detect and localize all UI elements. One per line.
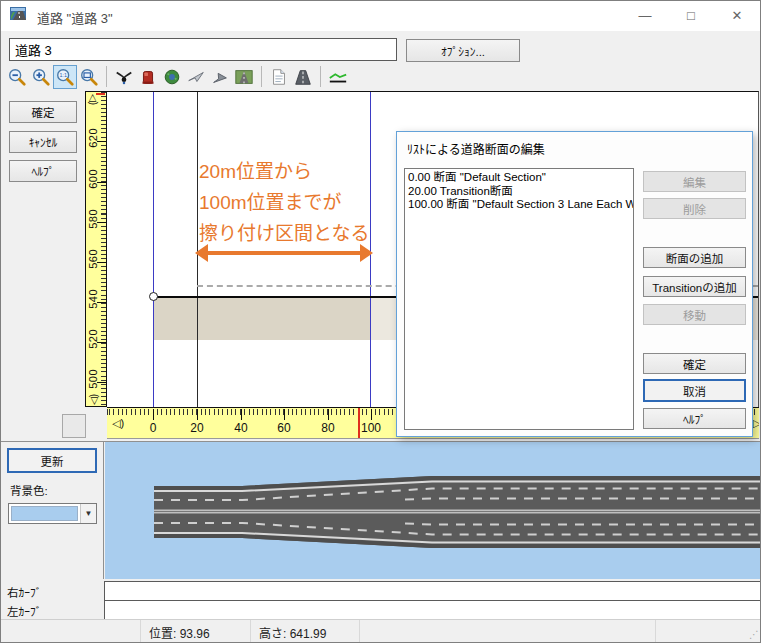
help-button[interactable]: ﾍﾙﾌﾟ — [9, 160, 77, 182]
toolbar-separator — [106, 66, 107, 87]
maximize-button[interactable]: □ — [668, 1, 714, 31]
drive-icon[interactable] — [208, 65, 232, 89]
h-ruler-label: 20 — [190, 421, 203, 435]
titlebar: 道路 "道路 3" — □ ✕ — [1, 1, 760, 31]
close-button[interactable]: ✕ — [714, 1, 760, 31]
confirm-button[interactable]: 確定 — [9, 101, 77, 123]
ground-band-transition — [153, 298, 370, 340]
zoom-out-icon[interactable] — [5, 65, 29, 89]
road-name-input[interactable] — [9, 38, 397, 61]
h-ruler-label: 100 — [361, 421, 381, 435]
preview-control-panel: 更新 背景色: ▼ — [1, 442, 104, 579]
v-ruler-label: 520 — [87, 329, 99, 349]
station-line-0 — [153, 92, 154, 407]
window-title: 道路 "道路 3" — [37, 8, 113, 27]
zoom-window-icon[interactable] — [77, 65, 101, 89]
ruler-scroll-down-icon[interactable]: ◁) — [88, 394, 99, 405]
delete-button: 削除 — [643, 198, 746, 219]
curve-rows: 右ｶｰﾌﾞ 左ｶｰﾌﾞ — [1, 579, 761, 619]
resize-grip[interactable]: ⋰ — [749, 630, 759, 640]
v-ruler-label: 540 — [87, 289, 99, 309]
ruler-corner-box — [62, 414, 86, 438]
h-ruler-label: 60 — [277, 421, 290, 435]
add-section-button[interactable]: 断面の追加 — [643, 247, 746, 268]
marker-red-icon[interactable] — [136, 65, 160, 89]
bg-color-swatch — [11, 506, 78, 521]
zoom-actual-icon[interactable]: 1:1 — [53, 65, 77, 89]
tree-icon[interactable] — [160, 65, 184, 89]
list-item[interactable]: 100.00 断面 "Default Section 3 Lane Each W… — [408, 198, 630, 212]
annotation-text: 20m位置から 100m位置までが 擦り付け区間となる — [199, 156, 369, 249]
ruler-scroll-up-icon[interactable]: ◁) — [88, 94, 99, 105]
app-road-icon — [10, 7, 28, 27]
road-editor-window: 道路 "道路 3" — □ ✕ ｵﾌﾟｼｮﾝ... 1:1 — [0, 0, 761, 643]
left-curve-input[interactable] — [104, 600, 761, 620]
right-curve-label: 右ｶｰﾌﾞ — [7, 584, 42, 600]
transition-range-arrow — [194, 242, 374, 264]
add-transition-button[interactable]: Transitionの追加 — [643, 276, 746, 297]
v-ruler-label: 500 — [87, 369, 99, 389]
cancel-button[interactable]: ｷｬﾝｾﾙ — [9, 131, 77, 153]
section-list-dialog: ﾘｽﾄによる道路断面の編集 0.00 断面 "Default Section" … — [396, 131, 753, 437]
v-ruler-label: 600 — [87, 169, 99, 189]
bg-color-dropdown[interactable]: ▼ — [8, 503, 97, 524]
chevron-down-icon[interactable]: ▼ — [80, 504, 96, 523]
vertical-ruler-ticks — [101, 92, 106, 406]
status-cell-empty — [360, 620, 656, 643]
v-ruler-label: 560 — [87, 249, 99, 269]
h-ruler-label: 80 — [321, 421, 334, 435]
dialog-title: ﾘｽﾄによる道路断面の編集 — [407, 140, 545, 157]
dialog-confirm-button[interactable]: 確定 — [643, 353, 746, 374]
h-ruler-label: 0 — [150, 421, 157, 435]
svg-text:1:1: 1:1 — [59, 72, 67, 78]
edit-button: 編集 — [643, 171, 746, 192]
road-texture-icon[interactable] — [232, 65, 256, 89]
v-ruler-label: 580 — [87, 209, 99, 229]
status-position: 位置: 93.96 — [141, 620, 251, 643]
road-section-icon[interactable] — [291, 65, 315, 89]
ruler-scroll-left-icon[interactable]: ◁) — [112, 417, 124, 430]
right-curve-input[interactable] — [104, 581, 761, 601]
update-button[interactable]: 更新 — [7, 448, 97, 473]
toolbar-separator — [261, 66, 262, 87]
zoom-in-icon[interactable] — [29, 65, 53, 89]
bg-color-label: 背景色: — [10, 482, 48, 498]
profile-start-marker[interactable] — [149, 292, 158, 301]
section-listbox[interactable]: 0.00 断面 "Default Section" 20.00 Transiti… — [404, 168, 634, 430]
document-icon[interactable] — [267, 65, 291, 89]
list-item[interactable]: 20.00 Transition断面 — [408, 185, 630, 199]
minimize-button[interactable]: — — [622, 1, 668, 31]
status-bar: 位置: 93.96 高さ: 641.99 ⋰ — [1, 619, 761, 643]
toolbar: 1:1 — [1, 63, 760, 90]
flythrough-icon[interactable] — [184, 65, 208, 89]
options-button[interactable]: ｵﾌﾟｼｮﾝ... — [406, 39, 520, 62]
node-icon[interactable] — [112, 65, 136, 89]
left-curve-label: 左ｶｰﾌﾞ — [7, 603, 42, 619]
cursor-position-marker — [358, 408, 360, 438]
profile-icon[interactable] — [326, 65, 350, 89]
dialog-help-button[interactable]: ﾍﾙﾌﾟ — [643, 408, 746, 429]
dialog-cancel-button[interactable]: 取消 — [643, 379, 746, 402]
vertical-ruler: ◁) 620 600 580 560 540 520 500 ◁) — [85, 91, 107, 407]
move-button: 移動 — [643, 304, 746, 325]
status-cell-empty — [1, 620, 141, 643]
status-height: 高さ: 641.99 — [251, 620, 360, 643]
road-rendering — [105, 442, 761, 579]
road-3d-preview[interactable] — [105, 442, 761, 579]
v-ruler-label: 620 — [87, 128, 99, 148]
toolbar-separator — [320, 66, 321, 87]
h-ruler-label: 40 — [234, 421, 247, 435]
list-item[interactable]: 0.00 断面 "Default Section" — [408, 171, 630, 185]
